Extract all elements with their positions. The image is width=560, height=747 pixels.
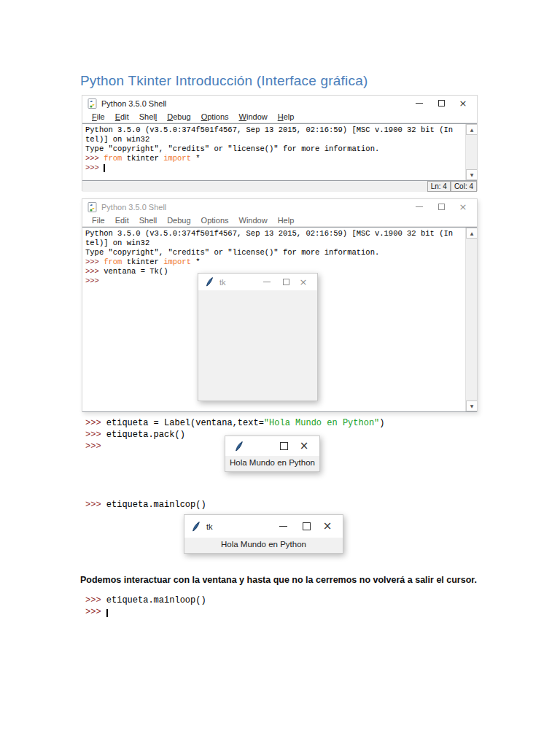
scroll-up-button[interactable]: ▲ — [466, 228, 477, 239]
maximize-button[interactable] — [273, 442, 295, 450]
maximize-icon — [438, 100, 445, 107]
maximize-icon — [280, 442, 288, 450]
code-token: tkinter — [122, 154, 163, 163]
code-token: >>> — [85, 276, 99, 285]
close-icon: × — [323, 521, 332, 532]
menu-help[interactable]: Help — [273, 112, 300, 121]
code-token: ventana = Tk() — [104, 267, 168, 276]
code-token: >>> — [85, 500, 106, 510]
tk-small-titlebar[interactable]: × — [225, 436, 319, 456]
code-token: Type "copyright", "credits" or "license(… — [85, 248, 379, 257]
shell1-statusbar: Ln: 4 Col: 4 — [82, 181, 477, 192]
code-token: >>> — [85, 418, 106, 428]
menu-edit[interactable]: Edit — [110, 216, 134, 225]
menu-window[interactable]: Window — [234, 216, 273, 225]
scroll-down-button[interactable]: ▼ — [466, 169, 477, 180]
code-line: >>> etiqueta.mainlcop() — [85, 499, 206, 511]
scroll-down-button[interactable]: ▼ — [466, 400, 477, 411]
code-token: >>> — [85, 430, 106, 440]
code-line: tel)] on win32 — [85, 135, 462, 144]
maximize-icon — [303, 522, 311, 530]
minimize-button[interactable] — [271, 526, 295, 527]
code-line: Python 3.5.0 (v3.5.0:374f501f4567, Sep 1… — [85, 125, 462, 135]
menu-options[interactable]: Options — [196, 216, 234, 225]
tk-window-wide: tk × Hola Mundo en Python — [184, 514, 343, 554]
code-token: >>> — [85, 163, 104, 172]
close-icon: × — [459, 202, 467, 212]
tk-window-title: tk — [219, 278, 226, 287]
close-button[interactable]: × — [452, 199, 474, 214]
code-token: ) — [379, 418, 384, 428]
scroll-up-button[interactable]: ▲ — [466, 124, 477, 135]
tk-feather-icon — [235, 441, 244, 452]
tk-empty-body — [198, 290, 317, 401]
code-line: >>> — [85, 163, 462, 173]
tk-wide-body: Hola Mundo en Python — [184, 538, 343, 553]
code-token: etiqueta.mainlcop() — [106, 500, 206, 510]
maximize-button[interactable] — [430, 199, 452, 214]
close-icon: × — [459, 98, 467, 108]
doc-paragraph: Podemos interactuar con la ventana y has… — [80, 575, 496, 585]
code-token: Python 3.5.0 (v3.5.0:374f501f4567, Sep 1… — [85, 125, 453, 134]
menu-debug[interactable]: Debug — [162, 112, 195, 121]
tk-feather-icon — [192, 522, 201, 532]
maximize-button[interactable] — [276, 279, 295, 285]
minimize-button[interactable] — [408, 199, 430, 214]
tk-window-small: × Hola Mundo en Python — [225, 436, 320, 472]
shell1-scrollbar[interactable]: ▲ ▼ — [465, 124, 477, 180]
scroll-up-icon: ▲ — [470, 231, 474, 236]
close-button[interactable]: × — [452, 96, 474, 111]
text-cursor — [106, 609, 108, 617]
page-title: Python Tkinter Introducción (Interface g… — [80, 73, 368, 89]
shell2-scrollbar[interactable]: ▲ ▼ — [465, 228, 477, 411]
menu-debug[interactable]: Debug — [162, 216, 195, 225]
tk-label: Hola Mundo en Python — [221, 540, 306, 549]
close-button[interactable]: × — [295, 277, 311, 287]
tk-empty-titlebar[interactable]: tk × — [198, 274, 317, 290]
maximize-icon — [438, 204, 445, 210]
menu-shell[interactable]: Shell — [134, 216, 162, 225]
minimize-icon — [263, 282, 271, 282]
menu-window[interactable]: Window — [234, 112, 273, 121]
code-block-mainloop: >>> etiqueta.mainloop()>>> — [85, 595, 206, 618]
code-token: etiqueta = Label(ventana,text= — [106, 418, 264, 428]
shell1-titlebar[interactable]: Python 3.5.0 Shell × — [82, 96, 477, 111]
code-token: "Hola Mundo en Python" — [264, 418, 379, 428]
tk-window-title: tk — [206, 522, 213, 531]
maximize-button[interactable] — [430, 96, 452, 111]
close-icon: × — [300, 441, 309, 452]
code-token: >>> — [85, 441, 101, 452]
code-token: etiqueta.pack() — [106, 430, 185, 440]
code-token: import — [163, 154, 191, 163]
code-block-mainlcop: >>> etiqueta.mainlcop() — [85, 499, 206, 511]
menu-edit[interactable]: Edit — [110, 112, 134, 121]
tk-window-empty: tk × — [198, 273, 318, 401]
shell1-output: Python 3.5.0 (v3.5.0:374f501f4567, Sep 1… — [82, 124, 477, 174]
menu-help[interactable]: Help — [273, 216, 300, 225]
shell-window-2: Python 3.5.0 Shell × FileEditShellDebugO… — [82, 198, 478, 412]
shell2-text-area[interactable]: Python 3.5.0 (v3.5.0:374f501f4567, Sep 1… — [82, 227, 477, 412]
window-title: Python 3.5.0 Shell — [101, 99, 166, 108]
code-line: >>> etiqueta = Label(ventana,text="Hola … — [85, 417, 385, 429]
menu-file[interactable]: File — [87, 216, 110, 225]
menu-file[interactable]: File — [87, 112, 110, 121]
code-token: * — [191, 258, 201, 266]
code-token: etiqueta.mainloop() — [106, 595, 206, 605]
shell2-menubar: FileEditShellDebugOptionsWindowHelp — [82, 214, 477, 227]
maximize-button[interactable] — [295, 522, 318, 530]
menu-shell[interactable]: Shell — [134, 112, 162, 121]
minimize-button[interactable] — [408, 96, 430, 111]
tk-feather-icon — [206, 277, 214, 287]
close-button[interactable]: × — [295, 441, 314, 452]
menu-options[interactable]: Options — [196, 112, 234, 121]
minimize-button[interactable] — [257, 282, 276, 282]
code-token: Python 3.5.0 (v3.5.0:374f501f4567, Sep 1… — [85, 229, 453, 238]
idle-icon — [88, 98, 98, 109]
code-line: >>> from tkinter import * — [85, 258, 462, 267]
close-button[interactable]: × — [318, 521, 337, 532]
code-token: >>> — [85, 258, 104, 266]
shell1-text-area[interactable]: Python 3.5.0 (v3.5.0:374f501f4567, Sep 1… — [82, 123, 477, 181]
code-token: * — [191, 154, 201, 163]
tk-wide-titlebar[interactable]: tk × — [184, 515, 343, 538]
shell2-titlebar[interactable]: Python 3.5.0 Shell × — [82, 199, 477, 214]
